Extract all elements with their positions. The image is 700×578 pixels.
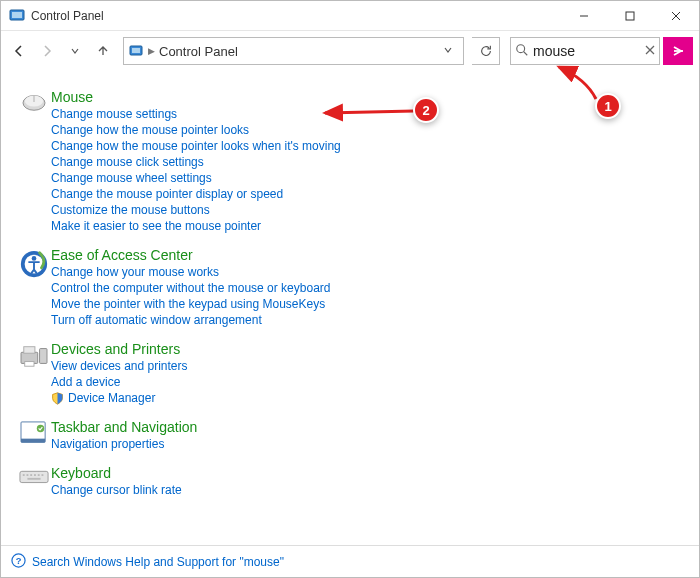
result-link[interactable]: Change how the mouse pointer looks <box>51 123 683 137</box>
result-link[interactable]: Turn off automatic window arrangement <box>51 313 683 327</box>
window-title: Control Panel <box>31 9 104 23</box>
result-link[interactable]: Change cursor blink rate <box>51 483 683 497</box>
back-button[interactable] <box>7 39 31 63</box>
svg-line-9 <box>524 51 528 55</box>
result-group-title[interactable]: Devices and Printers <box>51 341 683 357</box>
result-group: Devices and PrintersView devices and pri… <box>17 341 683 405</box>
breadcrumb-separator-icon: ▶ <box>148 46 155 56</box>
result-link-label: Move the pointer with the keypad using M… <box>51 297 325 311</box>
svg-rect-32 <box>42 474 44 476</box>
minimize-button[interactable] <box>561 1 607 31</box>
result-link[interactable]: Change how the mouse pointer looks when … <box>51 139 683 153</box>
result-group: KeyboardChange cursor blink rate <box>17 465 683 497</box>
breadcrumb[interactable]: Control Panel <box>159 44 238 59</box>
up-button[interactable] <box>91 39 115 63</box>
maximize-button[interactable] <box>607 1 653 31</box>
navigation-row: ▶ Control Panel <box>1 31 699 71</box>
result-link[interactable]: Control the computer without the mouse o… <box>51 281 683 295</box>
svg-rect-31 <box>38 474 40 476</box>
svg-rect-21 <box>25 362 34 367</box>
result-link[interactable]: Change mouse click settings <box>51 155 683 169</box>
address-dropdown-icon[interactable] <box>437 44 459 58</box>
svg-rect-24 <box>21 439 45 443</box>
svg-rect-30 <box>34 474 36 476</box>
result-link[interactable]: Change how your mouse works <box>51 265 683 279</box>
help-bar: ? Search Windows Help and Support for "m… <box>1 545 699 577</box>
taskbar-nav-icon <box>17 419 51 451</box>
result-link-label: Make it easier to see the mouse pointer <box>51 219 261 233</box>
control-panel-crumb-icon <box>128 43 144 59</box>
result-group: Ease of Access CenterChange how your mou… <box>17 247 683 327</box>
address-bar[interactable]: ▶ Control Panel <box>123 37 464 65</box>
search-results: MouseChange mouse settingsChange how the… <box>1 71 699 545</box>
keyboard-icon <box>17 465 51 497</box>
result-link-label: Change the mouse pointer display or spee… <box>51 187 283 201</box>
svg-rect-1 <box>12 12 22 18</box>
svg-rect-27 <box>23 474 25 476</box>
result-link[interactable]: Change the mouse pointer display or spee… <box>51 187 683 201</box>
svg-point-8 <box>517 44 525 52</box>
result-link-label: Turn off automatic window arrangement <box>51 313 262 327</box>
svg-point-18 <box>32 256 37 261</box>
result-link[interactable]: Change mouse wheel settings <box>51 171 683 185</box>
svg-rect-7 <box>132 48 140 53</box>
result-group-title[interactable]: Ease of Access Center <box>51 247 683 263</box>
svg-rect-28 <box>27 474 29 476</box>
result-link-label: Change mouse wheel settings <box>51 171 212 185</box>
result-link[interactable]: Move the pointer with the keypad using M… <box>51 297 683 311</box>
svg-rect-26 <box>20 471 48 482</box>
result-link-label: View devices and printers <box>51 359 188 373</box>
result-link[interactable]: Customize the mouse buttons <box>51 203 683 217</box>
refresh-button[interactable] <box>472 37 500 65</box>
uac-shield-icon <box>51 392 64 405</box>
svg-rect-3 <box>626 12 634 20</box>
search-icon <box>515 43 529 60</box>
help-search-link[interactable]: Search Windows Help and Support for "mou… <box>32 555 284 569</box>
result-link-label: Customize the mouse buttons <box>51 203 210 217</box>
svg-rect-22 <box>40 349 47 364</box>
result-link[interactable]: Device Manager <box>51 391 683 405</box>
svg-rect-20 <box>24 347 35 354</box>
result-group-title[interactable]: Taskbar and Navigation <box>51 419 683 435</box>
result-link[interactable]: Navigation properties <box>51 437 683 451</box>
ease-of-access-icon <box>17 247 51 327</box>
result-link[interactable]: Change mouse settings <box>51 107 683 121</box>
forward-button[interactable] <box>35 39 59 63</box>
search-box[interactable] <box>510 37 660 65</box>
result-link-label: Change how the mouse pointer looks <box>51 123 249 137</box>
recent-dropdown-button[interactable] <box>63 39 87 63</box>
result-link-label: Change mouse click settings <box>51 155 204 169</box>
result-link[interactable]: Make it easier to see the mouse pointer <box>51 219 683 233</box>
svg-rect-29 <box>30 474 32 476</box>
control-panel-app-icon <box>9 8 25 24</box>
result-group-title[interactable]: Mouse <box>51 89 683 105</box>
result-group: Taskbar and NavigationNavigation propert… <box>17 419 683 451</box>
help-icon: ? <box>11 553 26 571</box>
result-link-label: Navigation properties <box>51 437 164 451</box>
result-group: MouseChange mouse settingsChange how the… <box>17 89 683 233</box>
result-link[interactable]: Add a device <box>51 375 683 389</box>
result-link-label: Add a device <box>51 375 120 389</box>
result-link-label: Change cursor blink rate <box>51 483 182 497</box>
mouse-device-icon <box>17 89 51 233</box>
svg-rect-33 <box>27 478 40 480</box>
devices-printers-icon <box>17 341 51 405</box>
result-link-label: Change how the mouse pointer looks when … <box>51 139 341 153</box>
result-link-label: Device Manager <box>68 391 155 405</box>
clear-search-button[interactable] <box>645 44 655 58</box>
result-group-title[interactable]: Keyboard <box>51 465 683 481</box>
close-button[interactable] <box>653 1 699 31</box>
titlebar: Control Panel <box>1 1 699 31</box>
result-link-label: Control the computer without the mouse o… <box>51 281 330 295</box>
result-link-label: Change how your mouse works <box>51 265 219 279</box>
result-link-label: Change mouse settings <box>51 107 177 121</box>
search-go-button[interactable] <box>663 37 693 65</box>
result-link[interactable]: View devices and printers <box>51 359 683 373</box>
svg-text:?: ? <box>16 556 22 566</box>
search-input[interactable] <box>533 43 613 59</box>
